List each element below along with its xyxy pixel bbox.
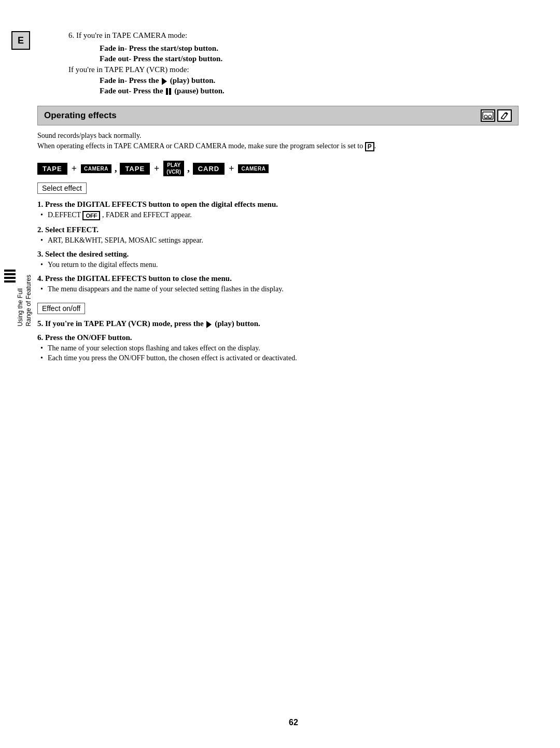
step-2-text: Select EFFECT. bbox=[45, 225, 99, 234]
sidebar: Using the Full Range of Features bbox=[0, 0, 27, 748]
plus-3: + bbox=[229, 163, 234, 174]
effect-onoff-container: Effect on/off bbox=[37, 299, 519, 319]
step-5-body2: (play) button. bbox=[215, 319, 260, 328]
pencil-svg bbox=[500, 111, 509, 120]
fade-in-camera: Fade in- Press the start/stop button. bbox=[100, 44, 519, 53]
fade-in-play-line: Fade in- Press the (play) button. bbox=[100, 76, 519, 85]
step-1-bullet: D.EFFECT OFF , FADER and EFFECT appear. bbox=[48, 211, 519, 220]
comma-2: , bbox=[187, 163, 190, 174]
e-label: E bbox=[18, 35, 24, 46]
step-6-title: 6. Press the ON/OFF button. bbox=[37, 333, 519, 342]
page-container: Using the Full Range of Features E 6. If… bbox=[0, 0, 560, 748]
sidebar-line-2 bbox=[4, 273, 16, 275]
step-2-num: 2. bbox=[37, 225, 43, 234]
fade-out-play-line: Fade out- Press the (pause) button. bbox=[100, 87, 519, 95]
step-2-bullet: ART, BLK&WHT, SEPIA, MOSAIC settings app… bbox=[48, 236, 519, 245]
p-program-box: P bbox=[365, 142, 374, 151]
plus-2: + bbox=[154, 163, 159, 174]
when-text: When operating effects in TAPE CAMERA or… bbox=[37, 142, 519, 151]
sidebar-line-1 bbox=[4, 270, 16, 272]
tape-btn-1: TAPE bbox=[37, 163, 67, 175]
step-5-text: 5. If you're in TAPE PLAY (VCR) mode, pr… bbox=[37, 319, 519, 328]
step-6-num: 6. bbox=[37, 333, 43, 342]
select-effect-box: Select effect bbox=[37, 182, 87, 194]
sidebar-line-3 bbox=[4, 277, 16, 279]
step-6-bullet-2: Each time you press the ON/OFF button, t… bbox=[48, 354, 519, 362]
select-effect-container: Select effect bbox=[37, 182, 519, 200]
step-2: 2. Select EFFECT. ART, BLK&WHT, SEPIA, M… bbox=[37, 225, 519, 245]
step-4-num: 4. bbox=[37, 274, 43, 283]
plus-1: + bbox=[72, 163, 77, 174]
play-text: PLAY bbox=[167, 162, 180, 168]
tape-icon bbox=[481, 109, 495, 122]
svg-point-2 bbox=[488, 115, 492, 118]
step-6-final: 6. Press the ON/OFF button. The name of … bbox=[37, 333, 519, 362]
d-effect-box: OFF bbox=[82, 211, 100, 220]
tape-play-line: If you're in TAPE PLAY (VCR) mode: bbox=[68, 65, 519, 74]
step-5-num: 5. bbox=[37, 319, 43, 328]
mode-buttons-row: TAPE + CAMERA , TAPE + PLAY (VCR) , CARD… bbox=[37, 161, 519, 176]
main-content: E 6. If you're in TAPE CAMERA mode: Fade… bbox=[27, 0, 560, 748]
step-5-body: If you're in TAPE PLAY (VCR) mode, press… bbox=[45, 319, 204, 328]
header-icons bbox=[481, 109, 512, 122]
tape-btn-2: TAPE bbox=[120, 163, 150, 175]
step6-intro: 6. If you're in TAPE CAMERA mode: bbox=[68, 31, 519, 40]
step-6-bullet-1: The name of your selection stops flashin… bbox=[48, 344, 519, 352]
step-3: 3. Select the desired setting. You retur… bbox=[37, 250, 519, 269]
step-3-title: 3. Select the desired setting. bbox=[37, 250, 519, 259]
step-1-text: Press the DIGITAL EFFECTS button to open… bbox=[45, 200, 278, 208]
pause-bar-1 bbox=[166, 88, 168, 95]
operating-effects-header: Operating effects bbox=[37, 106, 519, 125]
step-1-title: 1. Press the DIGITAL EFFECTS button to o… bbox=[37, 200, 519, 209]
play-vcr-btn: PLAY (VCR) bbox=[163, 161, 184, 176]
fade-in-play: Fade in- Press the (play) button. Fade o… bbox=[100, 76, 519, 95]
page-number: 62 bbox=[289, 718, 298, 727]
effect-onoff-box: Effect on/off bbox=[37, 303, 85, 314]
step-6-text: Press the ON/OFF button. bbox=[45, 333, 132, 342]
operating-effects-title: Operating effects bbox=[44, 110, 117, 121]
step-3-num: 3. bbox=[37, 250, 43, 258]
fade-out-camera: Fade out- Press the start/stop button. bbox=[100, 54, 519, 63]
camera-btn-1: CAMERA bbox=[81, 164, 111, 173]
d-effect-label: D.EFFECT OFF bbox=[48, 211, 102, 219]
play-icon-2 bbox=[206, 321, 212, 328]
pause-icon-1 bbox=[166, 88, 171, 95]
sidebar-line-4 bbox=[4, 280, 16, 283]
step-4-text: Press the DIGITAL EFFECTS button to clos… bbox=[45, 274, 232, 283]
step-3-bullet: You return to the digital effects menu. bbox=[48, 261, 519, 269]
sound-text: Sound records/plays back normally. bbox=[37, 132, 519, 140]
step-1: 1. Press the DIGITAL EFFECTS button to o… bbox=[37, 200, 519, 220]
pause-bar-2 bbox=[169, 88, 171, 95]
play-icon-1 bbox=[162, 78, 167, 85]
step-1-num: 1. bbox=[37, 200, 43, 208]
fade-lines: Fade in- Press the start/stop button. Fa… bbox=[100, 44, 519, 63]
e-label-box: E bbox=[11, 31, 30, 50]
step-5: 5. If you're in TAPE PLAY (VCR) mode, pr… bbox=[37, 319, 519, 328]
cassette-svg bbox=[482, 111, 494, 120]
camera-btn-2: CAMERA bbox=[238, 164, 269, 173]
comma-1: , bbox=[115, 163, 117, 174]
vcr-text: (VCR) bbox=[166, 169, 181, 175]
step-4-bullet: The menu disappears and the name of your… bbox=[48, 285, 519, 293]
step6-intro-text: 6. If you're in TAPE CAMERA mode: bbox=[68, 31, 187, 39]
step-4-title: 4. Press the DIGITAL EFFECTS button to c… bbox=[37, 274, 519, 283]
sidebar-lines bbox=[4, 270, 16, 283]
card-btn: CARD bbox=[193, 163, 225, 175]
sidebar-text-line1: Using the Full bbox=[17, 288, 24, 326]
step-2-title: 2. Select EFFECT. bbox=[37, 225, 519, 234]
pencil-icon bbox=[497, 109, 512, 122]
svg-point-1 bbox=[484, 115, 487, 118]
step-4: 4. Press the DIGITAL EFFECTS button to c… bbox=[37, 274, 519, 293]
step-3-text: Select the desired setting. bbox=[45, 250, 129, 258]
